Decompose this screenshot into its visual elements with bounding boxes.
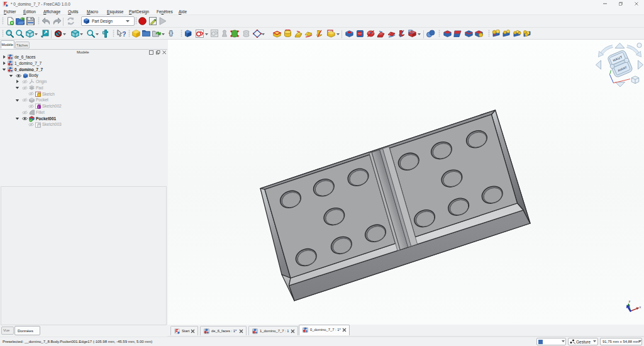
svg-text:x: x (640, 305, 641, 309)
svg-text:z: z (629, 299, 631, 303)
svg-text:?: ? (122, 30, 126, 38)
svg-text:i: i (38, 106, 39, 109)
